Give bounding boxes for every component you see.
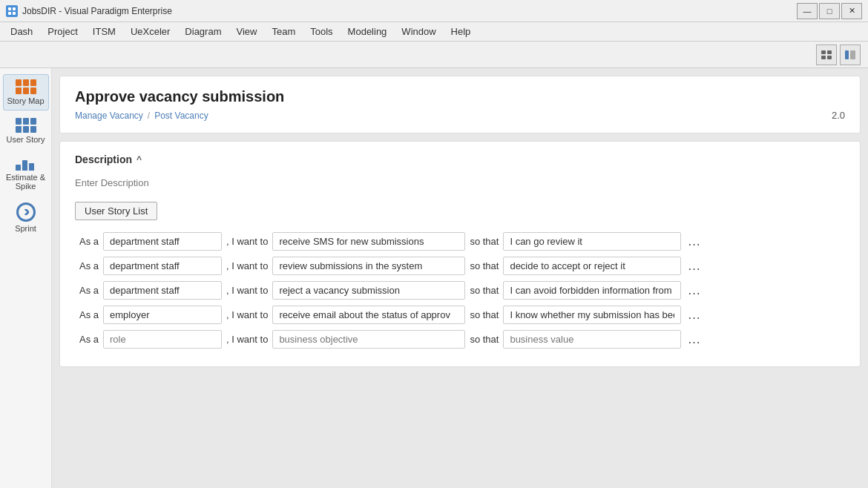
sidebar-user-story-label: User Story (7, 135, 45, 144)
maximize-button[interactable]: □ (819, 3, 840, 19)
value-input-1[interactable] (503, 232, 681, 251)
i-want-to-label-3: , I want to (226, 285, 268, 296)
menu-itsm[interactable]: ITSM (85, 24, 123, 39)
svg-rect-4 (821, 50, 826, 54)
role-input-4[interactable] (103, 306, 222, 324)
as-a-label-1: As a (75, 236, 99, 247)
svg-rect-7 (827, 56, 832, 59)
close-button[interactable]: ✕ (841, 3, 862, 19)
role-input-5[interactable] (103, 330, 222, 349)
menu-team[interactable]: Team (264, 24, 303, 39)
menu-bar: Dash Project ITSM UeXceler Diagram View … (0, 22, 868, 42)
story-map-icon (16, 79, 36, 94)
menu-diagram[interactable]: Diagram (177, 24, 228, 39)
breadcrumb-separator: / (148, 111, 150, 121)
menu-window[interactable]: Window (394, 24, 443, 39)
app-icon (6, 5, 18, 17)
row-options-3[interactable]: … (687, 283, 700, 298)
menu-tools[interactable]: Tools (303, 24, 340, 39)
toolbar-panel-button[interactable] (840, 44, 861, 65)
svg-rect-2 (8, 12, 11, 15)
table-row: As a , I want to so that … (75, 232, 845, 251)
sidebar-item-story-map[interactable]: Story Map (3, 74, 49, 111)
breadcrumb-manage-vacancy[interactable]: Manage Vacancy (75, 111, 143, 121)
so-that-label-3: so that (470, 285, 499, 296)
row-options-4[interactable]: … (687, 307, 700, 323)
as-a-label-4: As a (75, 309, 99, 320)
i-want-to-label-5: , I want to (226, 334, 268, 345)
want-input-5[interactable] (272, 330, 465, 349)
sidebar-item-user-story[interactable]: User Story (3, 113, 49, 148)
sidebar-item-sprint[interactable]: Sprint (3, 198, 49, 237)
svg-rect-9 (850, 50, 855, 59)
story-rows-container: As a , I want to so that … As a , I want… (75, 232, 845, 349)
sidebar-item-estimate-spike[interactable]: Estimate & Spike (3, 151, 49, 195)
svg-rect-1 (13, 7, 16, 10)
i-want-to-label-2: , I want to (226, 260, 268, 271)
description-card: Description ^ User Story List As a , I w… (59, 141, 861, 367)
role-input-3[interactable] (103, 281, 222, 300)
description-input[interactable] (75, 174, 845, 191)
want-input-2[interactable] (272, 257, 465, 275)
estimate-spike-icon (16, 156, 36, 171)
main-layout: Story Map User Story Estimate & Spike (0, 68, 868, 488)
sidebar-estimate-label: Estimate & Spike (6, 173, 46, 191)
svg-rect-0 (8, 7, 11, 10)
sprint-icon (16, 202, 36, 222)
page-title: Approve vacancy submission (75, 88, 845, 105)
want-input-3[interactable] (272, 281, 465, 300)
description-label: Description (75, 154, 132, 165)
value-input-4[interactable] (503, 306, 681, 324)
menu-help[interactable]: Help (444, 24, 479, 39)
menu-modeling[interactable]: Modeling (341, 24, 395, 39)
menu-uexceler[interactable]: UeXceler (123, 24, 177, 39)
sidebar-sprint-label: Sprint (15, 224, 36, 233)
content-area: Approve vacancy submission Manage Vacanc… (52, 68, 868, 488)
table-row: As a , I want to so that … (75, 281, 845, 300)
version-label: 2.0 (832, 110, 845, 121)
as-a-label-5: As a (75, 334, 99, 345)
breadcrumb: Manage Vacancy / Post Vacancy 2.0 (75, 110, 845, 121)
svg-rect-5 (827, 50, 832, 54)
as-a-label-3: As a (75, 285, 99, 296)
want-input-1[interactable] (272, 232, 465, 251)
sidebar-story-map-label: Story Map (7, 96, 44, 105)
row-options-2[interactable]: … (687, 258, 700, 274)
i-want-to-label-1: , I want to (226, 236, 268, 247)
title-bar: JobsDIR - Visual Paradigm Enterprise ― □… (0, 0, 868, 22)
want-input-4[interactable] (272, 306, 465, 324)
as-a-label-2: As a (75, 260, 99, 271)
chevron-up-icon[interactable]: ^ (137, 154, 142, 165)
table-row: As a , I want to so that … (75, 330, 845, 349)
i-want-to-label-4: , I want to (226, 309, 268, 320)
user-story-list-button[interactable]: User Story List (75, 202, 157, 220)
so-that-label-1: so that (470, 236, 499, 247)
value-input-5[interactable] (503, 330, 681, 349)
value-input-3[interactable] (503, 281, 681, 300)
row-options-5[interactable]: … (687, 332, 700, 347)
role-input-2[interactable] (103, 257, 222, 275)
menu-dash[interactable]: Dash (3, 24, 40, 39)
value-input-2[interactable] (503, 257, 681, 275)
toolbar-grid-button[interactable] (816, 44, 837, 65)
window-controls: ― □ ✕ (797, 3, 862, 19)
role-input-1[interactable] (103, 232, 222, 251)
so-that-label-2: so that (470, 260, 499, 271)
header-card: Approve vacancy submission Manage Vacanc… (59, 76, 861, 133)
minimize-button[interactable]: ― (797, 3, 818, 19)
menu-project[interactable]: Project (40, 24, 85, 39)
app-title: JobsDIR - Visual Paradigm Enterprise (22, 6, 172, 16)
description-section-header: Description ^ (75, 154, 845, 165)
toolbar (0, 42, 868, 68)
breadcrumb-post-vacancy[interactable]: Post Vacancy (154, 111, 208, 121)
user-story-icon (16, 118, 36, 133)
svg-rect-6 (821, 56, 826, 59)
sidebar: Story Map User Story Estimate & Spike (0, 68, 52, 488)
so-that-label-5: so that (470, 334, 499, 345)
svg-rect-8 (845, 50, 849, 59)
row-options-1[interactable]: … (687, 234, 700, 249)
menu-view[interactable]: View (228, 24, 264, 39)
table-row: As a , I want to so that … (75, 306, 845, 324)
svg-rect-3 (13, 12, 16, 15)
table-row: As a , I want to so that … (75, 257, 845, 275)
